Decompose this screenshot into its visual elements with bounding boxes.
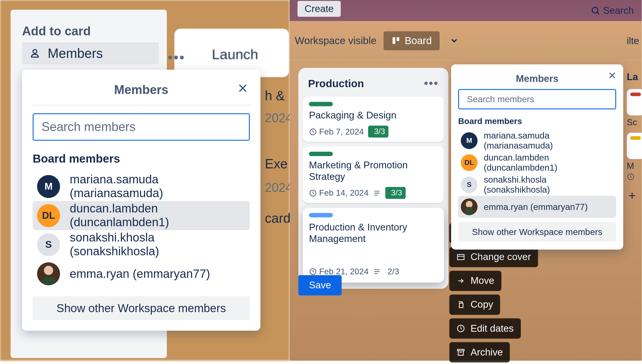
- avatar: DL: [37, 204, 60, 227]
- member-name: duncan.lambden (duncanlambden1): [484, 153, 613, 173]
- context-menu-item[interactable]: Edit dates: [449, 318, 521, 339]
- chevron-down-icon: [449, 36, 459, 46]
- filter-fragment: ilte: [627, 35, 639, 47]
- checklist-badge: 2/3: [385, 267, 399, 277]
- member-name: emma.ryan (emmaryan77): [484, 202, 588, 212]
- list-title-fragment: La: [627, 68, 642, 89]
- checklist-badge: 3/3: [385, 187, 406, 199]
- search-area[interactable]: Search: [591, 5, 634, 16]
- checklist-badge: 3/3: [368, 126, 389, 138]
- workspace-visibility[interactable]: Workspace visible: [295, 35, 376, 47]
- bg-text: h &: [265, 88, 285, 103]
- members-list: Mmariana.samuda (marianasamuda)DLduncan.…: [458, 130, 616, 218]
- partial-card: [627, 89, 642, 116]
- left-screenshot: Launch ••• h & 2024 Exe 2024 card Add to…: [0, 0, 290, 361]
- card-label-yellow: [630, 136, 641, 140]
- close-icon: [608, 71, 617, 80]
- avatar: DL: [461, 154, 477, 171]
- avatar: M: [461, 132, 477, 149]
- avatar: S: [37, 233, 60, 256]
- members-button-label: Members: [48, 46, 103, 61]
- card-fragment: M: [627, 161, 642, 171]
- bg-text: card: [265, 211, 291, 226]
- members-popover: Members Board members Mmariana.samuda (m…: [22, 70, 260, 331]
- member-row[interactable]: DLduncan.lambden (duncanlambden1): [33, 201, 250, 230]
- search-members-input[interactable]: [458, 89, 616, 109]
- create-button[interactable]: Create: [297, 1, 341, 17]
- close-button[interactable]: [234, 79, 252, 97]
- member-row[interactable]: DLduncan.lambden (duncanlambden1): [458, 152, 616, 174]
- card-label-red: [630, 93, 641, 96]
- ellipsis-icon: •••: [168, 49, 185, 66]
- right-screenshot: Create Search Workspace visible Board il…: [290, 0, 642, 361]
- board-header-bar: Workspace visible Board: [290, 21, 642, 60]
- avatar: M: [37, 175, 60, 198]
- bg-text: 2024: [265, 111, 292, 125]
- show-other-workspace-button[interactable]: Show other Workspace members: [33, 296, 250, 320]
- member-row[interactable]: Mmariana.samuda (marianasamuda): [33, 172, 250, 201]
- card-title: Packaging & Design: [309, 110, 438, 121]
- context-menu-label: Edit dates: [470, 323, 514, 334]
- member-row[interactable]: emma.ryan (emmaryan77): [33, 259, 250, 288]
- avatar: S: [461, 176, 477, 193]
- context-menu-item[interactable]: Move: [449, 271, 501, 291]
- card-label: [309, 152, 333, 156]
- member-name: emma.ryan (emmaryan77): [70, 267, 210, 281]
- card[interactable]: Marketing & Promotion StrategyFeb 14, 20…: [303, 146, 444, 203]
- members-button[interactable]: Members: [22, 42, 159, 64]
- member-row[interactable]: Mmariana.samuda (marianasamuda): [458, 130, 616, 152]
- context-menu-label: Copy: [470, 299, 493, 310]
- card-list: Packaging & DesignFeb 7, 20243/3Marketin…: [303, 96, 444, 203]
- close-button[interactable]: [606, 69, 619, 82]
- clock-icon: [309, 128, 317, 136]
- member-row[interactable]: emma.ryan (emmaryan77): [458, 196, 616, 218]
- due-date-badge: Feb 7, 2024: [309, 127, 364, 137]
- context-menu-item[interactable]: Archive: [449, 342, 510, 362]
- description-icon: [373, 268, 381, 276]
- search-members-input[interactable]: [33, 113, 250, 141]
- board-canvas: Production ••• Packaging & DesignFeb 7, …: [290, 60, 642, 360]
- card[interactable]: Packaging & DesignFeb 7, 20243/3: [303, 96, 444, 142]
- show-other-workspace-button[interactable]: Show other Workspace members: [458, 222, 616, 241]
- description-badge: [373, 268, 381, 276]
- view-switcher-chevron[interactable]: [447, 33, 462, 48]
- card-label: [309, 102, 333, 106]
- board-view-button[interactable]: Board: [383, 31, 440, 50]
- member-row[interactable]: Ssonakshi.khosla (sonakshikhosla): [458, 174, 616, 196]
- list-menu-icon[interactable]: •••: [424, 77, 439, 90]
- clock-icon: [309, 268, 317, 276]
- popover-title: Members: [33, 80, 250, 100]
- partial-list-right: La Sc M +: [627, 68, 642, 203]
- popover-title: Members: [458, 71, 616, 89]
- due-date-badge: Feb 14, 2024: [309, 188, 369, 198]
- context-menu-label: Move: [470, 275, 494, 287]
- save-button[interactable]: Save: [298, 275, 342, 295]
- search-icon: [591, 6, 600, 16]
- search-label: Search: [603, 5, 634, 16]
- clock-icon: [309, 189, 317, 197]
- copy-icon: [456, 300, 465, 309]
- members-list: Mmariana.samuda (marianasamuda)DLduncan.…: [33, 172, 250, 288]
- partial-card: [627, 133, 642, 159]
- list-production: Production ••• Packaging & DesignFeb 7, …: [298, 68, 448, 289]
- avatar: [37, 262, 60, 285]
- bg-text: Exe: [265, 157, 288, 172]
- avatar: [461, 198, 477, 215]
- bg-text: 2024: [265, 181, 292, 195]
- context-menu-item[interactable]: Change cover: [449, 247, 538, 267]
- context-menu-label: Archive: [470, 346, 503, 358]
- member-row[interactable]: Ssonakshi.khosla (sonakshikhosla): [33, 230, 250, 259]
- board-icon: [391, 36, 400, 45]
- member-name: sonakshi.khosla (sonakshikhosla): [484, 175, 613, 195]
- background-list-title: Launch: [212, 46, 258, 63]
- list-header[interactable]: Production •••: [303, 74, 444, 97]
- add-list-button[interactable]: +: [627, 189, 642, 203]
- board-view-label: Board: [405, 35, 432, 47]
- user-icon: [29, 48, 41, 59]
- context-menu-item[interactable]: Copy: [449, 295, 500, 315]
- divider: [32, 105, 251, 105]
- card-quick-edit[interactable]: Production & Inventory Management Feb 21…: [303, 208, 444, 283]
- section-heading: Add to card: [22, 24, 91, 38]
- archive-icon: [456, 348, 465, 357]
- members-popover-small: Members Board members Mmariana.samuda (m…: [451, 64, 623, 250]
